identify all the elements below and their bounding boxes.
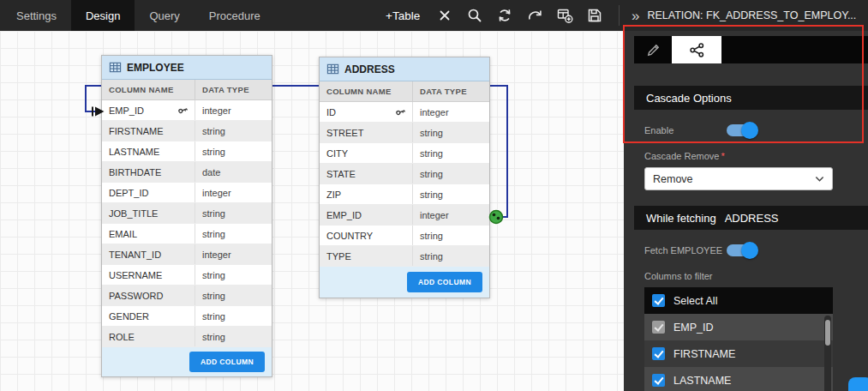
table-row[interactable]: EMAILstring: [102, 224, 272, 244]
table-row[interactable]: ROLEstring: [102, 327, 272, 347]
tab-edit[interactable]: [634, 36, 672, 63]
column-name-cell: ROLE: [102, 327, 195, 346]
data-type-cell: string: [412, 246, 489, 266]
column-name-cell: CITY: [320, 143, 412, 163]
pencil-icon: [645, 42, 661, 58]
table-row[interactable]: DEPT_IDinteger: [102, 183, 272, 203]
column-name-cell: EMP_ID: [102, 100, 195, 120]
column-name-cell: COUNTRY: [320, 226, 412, 245]
column-name-header: COLUMN NAME: [102, 80, 195, 99]
required-mark: *: [721, 151, 724, 161]
key-icon: [393, 105, 408, 119]
tab-procedure[interactable]: Procedure: [195, 0, 275, 31]
tab-design[interactable]: Design: [71, 0, 135, 31]
relation-title: RELATION: FK_ADDRESS_TO_EMPLOY...: [647, 9, 856, 21]
enable-toggle[interactable]: [727, 124, 756, 136]
scrollbar-thumb[interactable]: [825, 320, 830, 346]
data-type-cell: string: [412, 164, 489, 183]
save-icon[interactable]: [586, 7, 603, 24]
lastname-checkbox[interactable]: [652, 374, 665, 387]
entity-table-employee[interactable]: EMPLOYEE COLUMN NAME DATA TYPE EMP_ID in…: [101, 55, 272, 377]
column-name-cell: TENANT_ID: [102, 244, 195, 264]
table-row[interactable]: CITYstring: [320, 143, 489, 164]
column-headers: COLUMN NAME DATA TYPE: [102, 80, 272, 100]
data-type-cell: string: [412, 143, 489, 163]
add-table-button[interactable]: +Table: [386, 9, 420, 22]
tab-settings[interactable]: Settings: [2, 0, 71, 31]
design-canvas[interactable]: EMPLOYEE COLUMN NAME DATA TYPE EMP_ID in…: [0, 31, 624, 391]
toolbar-divider: [619, 5, 620, 26]
table-row[interactable]: FIRSTNAMEstring: [102, 121, 272, 141]
fetching-table-name: ADDRESS: [725, 212, 779, 225]
chevron-down-icon: [815, 176, 824, 183]
table-header-address[interactable]: ADDRESS: [320, 57, 489, 81]
table-row[interactable]: EMP_ID integer: [102, 100, 272, 121]
table-header-employee[interactable]: EMPLOYEE: [102, 56, 272, 80]
table-row[interactable]: STATEstring: [320, 164, 489, 184]
list-item-label: EMP_ID: [673, 322, 714, 334]
collapse-panel-icon[interactable]: »: [632, 9, 639, 23]
cascade-remove-label: Cascade Remove*: [644, 151, 868, 161]
table-name: EMPLOYEE: [127, 62, 184, 74]
list-item[interactable]: LASTNAME: [644, 367, 833, 391]
while-fetching-header: While fetching ADDRESS: [634, 206, 868, 230]
column-name-cell: FIRSTNAME: [102, 121, 195, 141]
close-icon[interactable]: [436, 7, 453, 24]
table-grid-icon: [326, 63, 339, 75]
data-type-cell: string: [195, 327, 272, 346]
key-icon: [176, 103, 190, 117]
search-icon[interactable]: [466, 7, 483, 24]
cascade-remove-select[interactable]: Remove: [644, 167, 833, 190]
toggle-knob: [741, 122, 758, 139]
table-add-icon[interactable]: [556, 7, 573, 24]
column-name-cell: ID: [320, 102, 412, 122]
table-row[interactable]: STREETstring: [320, 123, 489, 143]
table-row[interactable]: COUNTRYstring: [320, 226, 489, 246]
tab-query[interactable]: Query: [135, 0, 194, 31]
list-scrollbar[interactable]: [824, 316, 831, 391]
select-all-row[interactable]: Select All: [644, 287, 833, 314]
select-all-checkbox[interactable]: [652, 294, 665, 307]
table-row[interactable]: JOB_TITLEstring: [102, 203, 272, 224]
list-item[interactable]: FIRSTNAME: [644, 340, 833, 367]
add-column-button[interactable]: ADD COLUMN: [407, 272, 482, 292]
toolbar-actions: +Table: [386, 0, 603, 31]
relation-line[interactable]: [0, 31, 624, 391]
data-type-cell: integer: [195, 244, 272, 264]
firstname-checkbox[interactable]: [652, 347, 665, 360]
column-name-cell: EMAIL: [102, 224, 195, 244]
column-name-cell: ZIP: [320, 184, 412, 204]
cascade-options-header: Cascade Options: [634, 86, 868, 110]
table-row[interactable]: TENANT_IDinteger: [102, 244, 272, 265]
table-row[interactable]: ZIPstring: [320, 184, 489, 205]
enable-row: Enable: [624, 110, 868, 139]
column-name-cell: STATE: [320, 164, 412, 183]
column-name-header: COLUMN NAME: [320, 81, 412, 101]
table-row[interactable]: PASSWORDstring: [102, 286, 272, 306]
floating-action-button[interactable]: [848, 377, 868, 391]
redo-icon[interactable]: [526, 7, 543, 24]
column-name-cell: TYPE: [320, 246, 412, 266]
table-row[interactable]: ID integer: [320, 102, 489, 123]
list-item[interactable]: EMP_ID: [644, 314, 833, 340]
tab-relation[interactable]: [672, 36, 721, 63]
emp-id-checkbox: [652, 321, 665, 334]
table-row[interactable]: GENDERstring: [102, 306, 272, 327]
table-row[interactable]: BIRTHDATEdate: [102, 162, 272, 183]
refresh-icon[interactable]: [496, 7, 513, 24]
data-type-cell: string: [412, 123, 489, 142]
data-type-cell: integer: [412, 102, 489, 122]
data-type-cell: string: [412, 184, 489, 204]
data-type-cell: string: [195, 203, 272, 223]
table-row[interactable]: USERNAMEstring: [102, 265, 272, 286]
top-toolbar: Settings Design Query Procedure +Table: [0, 0, 868, 31]
column-name-cell: JOB_TITLE: [102, 203, 195, 223]
entity-table-address[interactable]: ADDRESS COLUMN NAME DATA TYPE ID integer…: [319, 57, 490, 298]
table-row[interactable]: TYPEstring: [320, 246, 489, 267]
select-value: Remove: [653, 173, 693, 185]
columns-to-filter-label: Columns to filter: [644, 271, 868, 281]
table-row[interactable]: LASTNAMEstring: [102, 141, 272, 162]
table-row[interactable]: EMP_IDinteger: [320, 205, 489, 226]
add-column-button[interactable]: ADD COLUMN: [189, 352, 265, 372]
fetch-toggle[interactable]: [727, 244, 756, 256]
